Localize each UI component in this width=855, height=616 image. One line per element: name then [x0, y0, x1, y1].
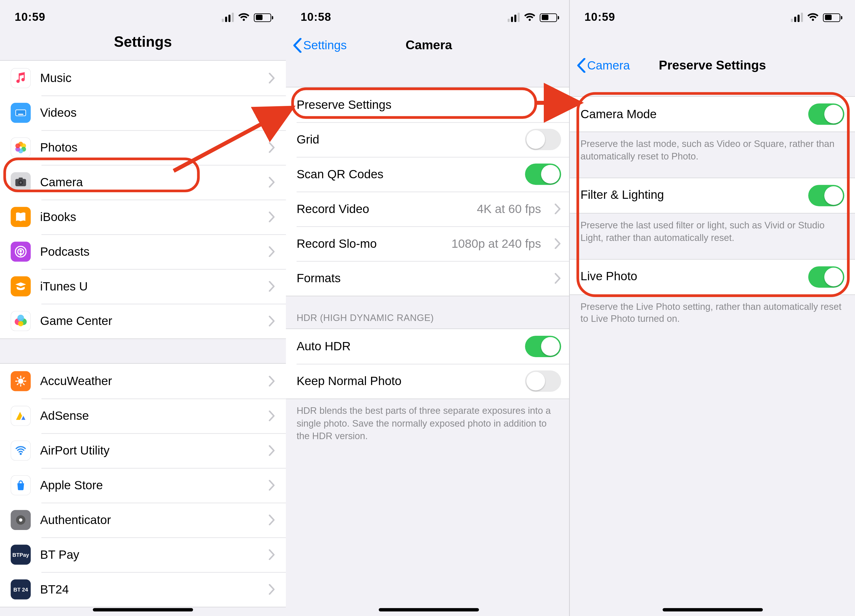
settings-row-photos[interactable]: Photos	[0, 130, 286, 165]
chevron-right-icon	[268, 73, 275, 83]
battery-icon	[254, 13, 271, 21]
row-label: Authenticator	[40, 513, 259, 527]
adsense-icon	[11, 406, 31, 426]
row-label: Music	[40, 71, 259, 85]
chevron-right-icon	[268, 410, 275, 421]
settings-row-itunesu[interactable]: iTunes U	[0, 269, 286, 304]
settings-row-bt24[interactable]: BT 24BT24	[0, 572, 286, 607]
settings-row-adsense[interactable]: AdSense	[0, 398, 286, 433]
chevron-right-icon	[554, 238, 561, 249]
chevron-left-icon	[576, 58, 586, 73]
chevron-right-icon	[268, 281, 275, 292]
home-indicator[interactable]	[379, 608, 479, 611]
battery-icon	[540, 13, 557, 21]
wifi-icon	[807, 13, 819, 22]
cell-signal-icon	[222, 13, 234, 22]
camera-row-recslo[interactable]: Record Slo-mo1080p at 240 fps	[286, 226, 572, 261]
preserve-row-livephoto[interactable]: Live Photo	[570, 260, 855, 294]
svg-point-18	[17, 315, 24, 321]
wifi-icon	[238, 13, 250, 22]
screen-settings: 10:59 Settings MusicVideosPhotosCameraiB…	[0, 0, 286, 616]
airport-icon	[11, 440, 31, 460]
page-title: Preserve Settings	[659, 58, 766, 73]
camera-row-autohdr[interactable]: Auto HDR	[286, 329, 572, 364]
switch-keepnorm[interactable]	[525, 370, 561, 392]
back-button[interactable]: Camera	[576, 51, 630, 80]
svg-point-20	[18, 379, 23, 384]
home-indicator[interactable]	[662, 608, 763, 611]
row-label: AirPort Utility	[40, 443, 259, 457]
switch-cammode[interactable]	[808, 103, 844, 125]
wifi-icon	[524, 13, 536, 22]
row-label: Record Video	[297, 202, 468, 216]
chevron-right-icon	[268, 549, 275, 560]
preserve-row-filter[interactable]: Filter & Lighting	[570, 178, 855, 213]
svg-line-27	[23, 378, 24, 379]
page-title: Settings	[0, 31, 286, 60]
chevron-right-icon	[268, 107, 275, 118]
settings-row-camera[interactable]: Camera	[0, 165, 286, 200]
svg-line-25	[17, 378, 18, 379]
section-footer: Preserve the Live Photo setting, rather …	[570, 295, 855, 325]
settings-row-podcasts[interactable]: Podcasts	[0, 234, 286, 269]
svg-point-31	[19, 518, 23, 522]
camera-row-preserve[interactable]: Preserve Settings	[286, 87, 572, 122]
row-label: Preserve Settings	[297, 98, 545, 112]
row-label: AdSense	[40, 409, 259, 423]
svg-point-8	[15, 144, 20, 148]
chevron-right-icon	[268, 445, 275, 456]
chevron-left-icon	[293, 38, 302, 53]
settings-row-authenticator[interactable]: Authenticator	[0, 503, 286, 537]
settings-row-music[interactable]: Music	[0, 61, 286, 95]
row-label: Grid	[297, 132, 516, 147]
chevron-right-icon	[268, 246, 275, 257]
svg-point-15	[19, 250, 21, 252]
chevron-right-icon	[268, 142, 275, 153]
camera-icon	[11, 172, 31, 192]
chevron-right-icon	[268, 515, 275, 526]
row-label: iBooks	[40, 210, 259, 224]
chevron-right-icon	[268, 212, 275, 222]
chevron-right-icon	[554, 203, 561, 214]
authenticator-icon	[11, 510, 31, 530]
settings-row-ibooks[interactable]: iBooks	[0, 200, 286, 234]
settings-row-gamecenter[interactable]: Game Center	[0, 304, 286, 338]
row-label: Record Slo-mo	[297, 237, 442, 251]
back-label: Settings	[303, 38, 346, 52]
settings-row-airport[interactable]: AirPort Utility	[0, 433, 286, 468]
camera-row-recvideo[interactable]: Record Video4K at 60 fps	[286, 192, 572, 226]
itunesu-icon	[11, 276, 31, 296]
switch-filter[interactable]	[808, 185, 844, 206]
svg-line-26	[23, 384, 24, 384]
preserve-row-cammode[interactable]: Camera Mode	[570, 97, 855, 131]
switch-scanqr[interactable]	[525, 164, 561, 185]
page-title: Camera	[406, 38, 452, 53]
svg-point-12	[20, 182, 22, 184]
svg-rect-10	[19, 177, 23, 179]
settings-row-accuweather[interactable]: AccuWeather	[0, 364, 286, 398]
svg-line-28	[17, 384, 18, 384]
screen-preserve: 10:59 Camera Preserve Settings Camera Mo…	[569, 0, 855, 616]
back-button[interactable]: Settings	[293, 31, 347, 60]
switch-livephoto[interactable]	[808, 266, 844, 287]
svg-point-29	[20, 453, 22, 455]
status-time: 10:59	[585, 11, 615, 24]
section-footer: Preserve the last used filter or light, …	[570, 213, 855, 244]
camera-row-grid[interactable]: Grid	[286, 122, 572, 157]
switch-grid[interactable]	[525, 129, 561, 150]
settings-row-videos[interactable]: Videos	[0, 95, 286, 130]
cell-signal-icon	[507, 13, 519, 22]
accuweather-icon	[11, 371, 31, 391]
camera-row-formats[interactable]: Formats	[286, 261, 572, 296]
chevron-right-icon	[268, 177, 275, 188]
camera-row-scanqr[interactable]: Scan QR Codes	[286, 157, 572, 192]
home-indicator[interactable]	[93, 608, 193, 611]
camera-row-keepnorm[interactable]: Keep Normal Photo	[286, 364, 572, 398]
row-label: Game Center	[40, 314, 259, 328]
row-label: Videos	[40, 105, 259, 119]
chevron-right-icon	[554, 273, 561, 284]
settings-row-applestore[interactable]: Apple Store	[0, 468, 286, 503]
switch-autohdr[interactable]	[525, 336, 561, 357]
settings-row-btpay[interactable]: BTPayBT Pay	[0, 537, 286, 572]
row-label: Camera	[40, 175, 259, 189]
